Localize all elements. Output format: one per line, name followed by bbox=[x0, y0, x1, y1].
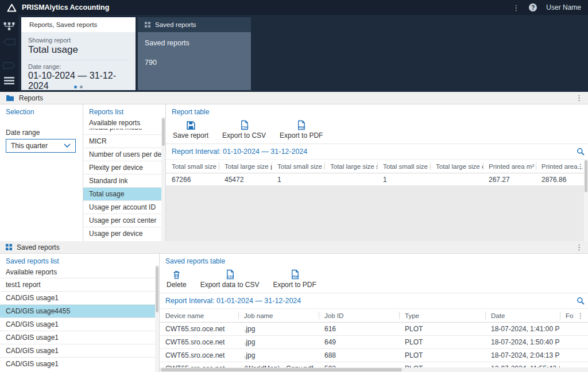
help-icon[interactable]: ? bbox=[529, 3, 537, 11]
report-cell: 267.27 bbox=[483, 176, 536, 184]
saved-table-hscrollbar[interactable] bbox=[160, 367, 588, 372]
saved-export-data-to-csv-button[interactable]: CSVExport data to CSV bbox=[200, 269, 260, 289]
saved-reports-card-title: Saved reports bbox=[155, 21, 196, 28]
svg-text:CSV: CSV bbox=[241, 126, 248, 129]
search-icon[interactable] bbox=[577, 148, 585, 157]
workflow-tree-icon[interactable] bbox=[0, 18, 18, 34]
reports-summary-card-header: Reports, Saved reports bbox=[21, 17, 136, 32]
saved-reports-list-item[interactable]: CAD/GIS usage1 bbox=[0, 317, 159, 331]
reports-list-item[interactable]: Number of users per device bbox=[83, 148, 165, 161]
hamburger-menu-icon[interactable] bbox=[0, 73, 18, 88]
report-export-to-pdf-button[interactable]: PDFExport to PDF bbox=[280, 120, 323, 140]
saved-table-row[interactable]: CWT65.sro.oce.net.jpg616PLOT18-07-2024, … bbox=[160, 323, 588, 336]
report-export-to-csv-button[interactable]: CSVExport to CSV bbox=[222, 120, 266, 140]
csv-icon: CSV bbox=[239, 120, 249, 131]
grid-icon bbox=[145, 22, 150, 28]
reports-list-item[interactable]: Usage per cost center bbox=[83, 214, 165, 227]
report-save-report-button[interactable]: Save report bbox=[173, 120, 208, 140]
saved-reports-section-title: Saved reports bbox=[17, 243, 60, 251]
saved-reports-section-menu-icon[interactable]: ⋮ bbox=[575, 243, 583, 251]
reports-list-panel: Reports list Available reports Media pri… bbox=[83, 104, 165, 241]
report-column-header-printed-area-m[interactable]: Printed area m² bbox=[483, 160, 536, 173]
saved-delete-button[interactable]: Delete bbox=[167, 269, 187, 289]
saved-list-scrollbar[interactable] bbox=[155, 265, 159, 372]
saved-cell: 688 bbox=[319, 351, 399, 359]
carousel-dot[interactable] bbox=[80, 86, 83, 88]
reports-list-item[interactable]: Plexity per device bbox=[83, 161, 165, 174]
search-icon[interactable] bbox=[577, 297, 585, 307]
reports-list-item[interactable]: Standard ink bbox=[83, 174, 165, 187]
saved-cell: CWT65.sro.oce.net bbox=[160, 351, 238, 359]
saved-reports-summary-card[interactable]: Saved reports Saved reports 790 bbox=[138, 17, 251, 90]
svg-text:PDF: PDF bbox=[292, 275, 299, 278]
reports-list-item[interactable]: Total usage bbox=[83, 187, 165, 200]
reports-list-scrollbar[interactable] bbox=[161, 117, 165, 241]
app-header: PRISMAlytics Accounting ⋮ ? User Name bbox=[0, 0, 588, 15]
reports-summary-card[interactable]: Reports, Saved reports Showing report To… bbox=[21, 17, 136, 90]
reports-list-item[interactable]: Usage per account ID bbox=[83, 200, 165, 214]
report-table-body: 672664547211267.272876.86 bbox=[166, 173, 588, 186]
saved-column-header-job-name[interactable]: Job name bbox=[238, 309, 319, 322]
saved-table-row[interactable]: CWT65.sro.oce.net.jpg649PLOT18-07-2024, … bbox=[160, 336, 588, 349]
app-header-actions: ⋮ ? User Name bbox=[512, 3, 581, 11]
saved-reports-list-item[interactable]: CAD/GIS usage1 bbox=[0, 357, 159, 370]
app-title: PRISMAlytics Accounting bbox=[22, 3, 109, 11]
saved-cell: 18-07-2024, 2:04:13 PM bbox=[485, 351, 560, 359]
folder-icon bbox=[6, 95, 14, 102]
report-table-scrollbar[interactable] bbox=[584, 159, 588, 241]
saved-reports-list-item[interactable]: test1 report bbox=[0, 278, 159, 291]
saved-reports-section-header: Saved reports ⋮ bbox=[0, 241, 588, 254]
saved-reports-table-toolbar: DeleteCSVExport data to CSVPDFExport to … bbox=[160, 266, 588, 293]
tag-right-icon[interactable] bbox=[0, 57, 18, 73]
report-table-row[interactable]: 672664547211267.272876.86 bbox=[166, 173, 588, 186]
report-column-header-total-small-size-s[interactable]: Total small size s... bbox=[272, 160, 324, 173]
saved-cell: 18-07-2024, 1:50:40 PM bbox=[485, 338, 560, 346]
report-column-header-total-large-size-c[interactable]: Total large size c... bbox=[430, 160, 483, 173]
report-interval: Report Interval: 01-10-2024 — 31-12-2024 bbox=[166, 144, 588, 159]
toolbar-button-label: Export to PDF bbox=[280, 131, 323, 140]
reports-list-item[interactable]: Usage per device bbox=[83, 227, 165, 240]
report-column-header-total-small-size-c[interactable]: Total small size c... bbox=[377, 160, 430, 173]
saved-cell: 616 bbox=[319, 325, 399, 333]
carousel-dots bbox=[21, 86, 136, 88]
saved-report-interval: Report Interval: 01-01-2024 — 31-12-2024 bbox=[160, 293, 588, 308]
saved-table-row[interactable]: CWT65.sro.oce.net.jpg688PLOT18-07-2024, … bbox=[160, 349, 588, 362]
saved-cell: PLOT bbox=[399, 338, 485, 346]
report-cell: 67266 bbox=[166, 176, 219, 184]
reports-section-menu-icon[interactable]: ⋮ bbox=[575, 94, 583, 102]
saved-cell: .jpg bbox=[238, 338, 319, 346]
sidebar bbox=[0, 15, 18, 92]
saved-reports-list: test1 reportCAD/GIS usage1CAD/GIS usage4… bbox=[0, 278, 159, 370]
saved-column-header-job-id[interactable]: Job ID bbox=[319, 309, 399, 322]
chevron-down-icon bbox=[64, 144, 71, 148]
saved-reports-list-item[interactable]: CAD/GIS usage1 bbox=[0, 331, 159, 344]
reports-list-item[interactable]: MICR bbox=[83, 134, 165, 148]
report-column-header-total-large-size-s[interactable]: Total large size s... bbox=[324, 160, 377, 173]
saved-column-header-date[interactable]: Date bbox=[485, 309, 560, 322]
saved-reports-list-item[interactable]: CAD/GIS usage1 bbox=[0, 291, 159, 304]
carousel-dot-active[interactable] bbox=[74, 86, 77, 88]
saved-cell: PLOT bbox=[399, 351, 485, 359]
saved-reports-list-item[interactable]: CAD/GIS usage4455 bbox=[0, 304, 159, 317]
app-overflow-menu-icon[interactable]: ⋮ bbox=[512, 4, 520, 11]
saved-cell: CWT65.sro.oce.net bbox=[160, 325, 238, 333]
saved-column-header-device-name[interactable]: Device name bbox=[160, 309, 238, 322]
saved-export-to-pdf-button[interactable]: PDFExport to PDF bbox=[273, 269, 316, 289]
report-cell: 1 bbox=[377, 176, 430, 184]
report-column-header-total-large-size-p[interactable]: Total large size p... bbox=[219, 160, 272, 173]
date-range-field-label: Date range bbox=[0, 117, 83, 139]
tag-left-icon[interactable] bbox=[0, 34, 18, 49]
saved-columns-menu-icon[interactable]: ⋮ bbox=[577, 312, 584, 319]
date-range-select[interactable]: This quarter bbox=[6, 139, 76, 153]
saved-reports-list-item[interactable]: CAD/GIS usage1 bbox=[0, 344, 159, 357]
selection-panel: Selection Date range This quarter bbox=[0, 104, 83, 241]
reports-list-item-clipped[interactable]: Media print mode bbox=[83, 129, 165, 134]
report-column-header-total-small-size-p[interactable]: Total small size p... bbox=[166, 160, 219, 173]
report-columns-menu-icon[interactable]: ⋮ bbox=[577, 163, 584, 170]
dashboard-band: Reports, Saved reports Showing report To… bbox=[0, 15, 588, 92]
saved-reports-count-label: Saved reports bbox=[145, 39, 244, 47]
user-name[interactable]: User Name bbox=[546, 3, 581, 11]
reports-section: Reports ⋮ Selection Date range This quar… bbox=[0, 92, 588, 241]
report-cell: 2876.86 bbox=[536, 176, 588, 184]
saved-column-header-type[interactable]: Type bbox=[399, 309, 485, 322]
